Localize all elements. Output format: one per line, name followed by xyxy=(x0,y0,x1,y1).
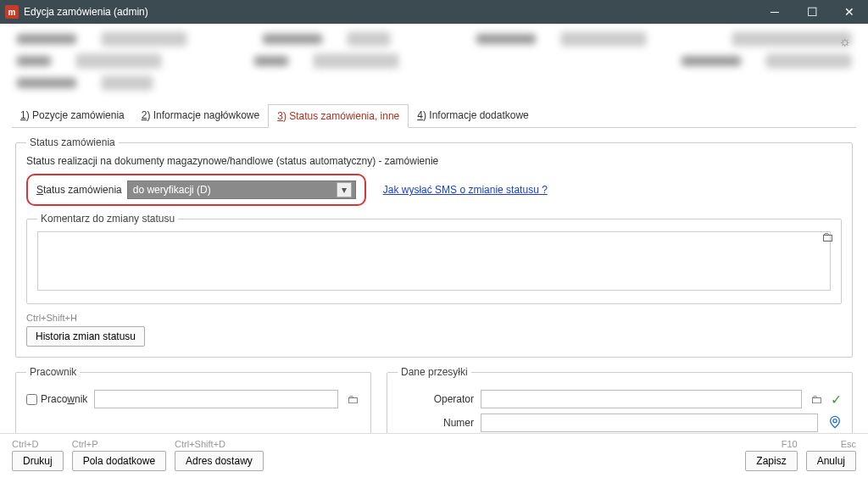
pracownik-checkbox-label[interactable]: Pracownik xyxy=(26,393,87,405)
header-form-blurred: ☼ xyxy=(0,24,868,100)
status-dropdown[interactable]: do weryfikacji (D) ▾ xyxy=(127,180,356,199)
comment-group: Komentarz do zmiany statusu 🗀 xyxy=(26,213,842,304)
tab-pozycje[interactable]: 1) Pozycje zamówienia xyxy=(12,104,133,128)
history-button[interactable]: Historia zmian statusu xyxy=(26,326,145,347)
zapisz-button[interactable]: Zapisz xyxy=(745,451,797,471)
drukuj-button[interactable]: Drukuj xyxy=(12,451,64,471)
dane-przesylki-legend: Dane przesyłki xyxy=(398,366,471,378)
folder-icon[interactable]: 🗀 xyxy=(821,230,834,244)
adres-dostawy-button[interactable]: Adres dostawy xyxy=(175,451,264,471)
chevron-down-icon: ▾ xyxy=(337,182,352,197)
adres-shortcut: Ctrl+Shift+D xyxy=(175,439,225,449)
status-field-label: Status zamówienia xyxy=(36,184,122,196)
pracownik-input[interactable] xyxy=(94,390,338,408)
numer-label: Numer xyxy=(398,417,474,429)
comment-textarea[interactable] xyxy=(37,231,831,291)
close-button[interactable]: ✕ xyxy=(831,0,868,24)
folder-icon[interactable]: 🗀 xyxy=(345,392,360,406)
anuluj-button[interactable]: Anuluj xyxy=(806,451,856,471)
pracownik-checkbox[interactable] xyxy=(26,394,37,405)
operator-label: Operator xyxy=(398,393,474,405)
app-icon: m xyxy=(5,5,19,19)
status-group: Status zamówienia Status realizacji na d… xyxy=(15,136,853,358)
pola-dodatkowe-button[interactable]: Pola dodatkowe xyxy=(72,451,166,471)
svg-point-0 xyxy=(833,419,837,422)
status-dropdown-value: do weryfikacji (D) xyxy=(133,184,211,196)
status-field-highlight: Status zamówienia do weryfikacji (D) ▾ xyxy=(26,174,366,206)
settings-icon[interactable]: ☼ xyxy=(838,34,851,49)
status-auto-line: Status realizacji na dokumenty magazynow… xyxy=(26,155,842,167)
titlebar: m Edycja zamówienia (admin) ─ ☐ ✕ xyxy=(0,0,868,24)
drukuj-shortcut: Ctrl+D xyxy=(12,439,38,449)
tab-informacje-naglowkowe[interactable]: 2) Informacje nagłówkowe xyxy=(133,104,268,128)
operator-input[interactable] xyxy=(481,390,802,408)
tabs: 1) Pozycje zamówienia 2) Informacje nagł… xyxy=(12,100,856,128)
folder-icon[interactable]: 🗀 xyxy=(809,392,824,406)
sms-link[interactable]: Jak wysłać SMS o zmianie statusu ? xyxy=(383,184,548,196)
anuluj-shortcut: Esc xyxy=(841,439,856,449)
tab-informacje-dodatkowe[interactable]: 4) Informacje dodatkowe xyxy=(409,104,537,128)
zapisz-shortcut: F10 xyxy=(782,439,798,449)
pracownik-legend: Pracownik xyxy=(26,366,80,378)
comment-legend: Komentarz do zmiany statusu xyxy=(37,213,178,225)
numer-input[interactable] xyxy=(481,414,818,432)
maximize-button[interactable]: ☐ xyxy=(793,0,831,24)
footer: Ctrl+D Drukuj Ctrl+P Pola dodatkowe Ctrl… xyxy=(0,433,868,483)
location-pin-icon[interactable] xyxy=(828,415,842,431)
history-shortcut: Ctrl+Shift+H xyxy=(26,313,842,323)
tab-status-zamowienia[interactable]: 3) Status zamówienia, inne xyxy=(268,104,409,128)
window-title: Edycja zamówienia (admin) xyxy=(24,6,756,18)
pola-shortcut: Ctrl+P xyxy=(72,439,98,449)
check-icon[interactable]: ✓ xyxy=(831,391,842,408)
minimize-button[interactable]: ─ xyxy=(756,0,793,24)
status-legend: Status zamówienia xyxy=(26,136,119,148)
